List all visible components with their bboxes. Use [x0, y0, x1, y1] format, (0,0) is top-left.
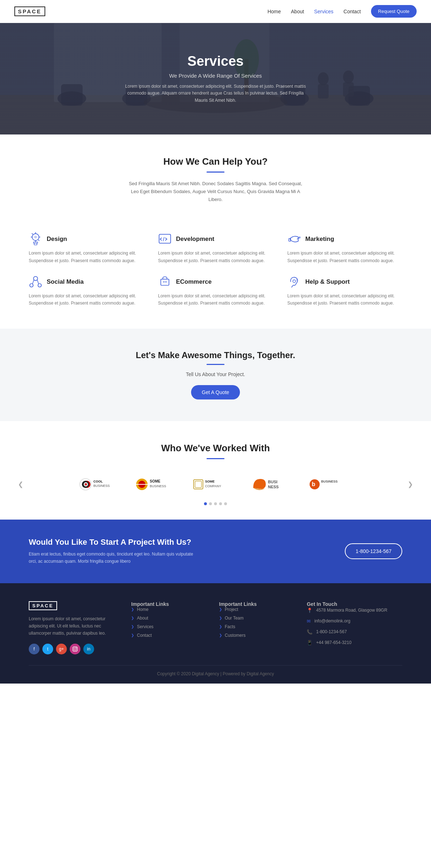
svg-line-37: [32, 280, 34, 284]
hero-title: Services: [122, 54, 309, 69]
nav-contact[interactable]: Contact: [343, 9, 361, 14]
svg-point-44: [296, 279, 298, 281]
instagram-button[interactable]: [70, 644, 80, 654]
footer-contact-col: Get In Touch 📍 4578 Marmora Road, Glasgo…: [307, 601, 402, 654]
help-support-desc: Lorem ipsum dolor sit amet, consectetuer…: [287, 292, 402, 307]
footer-link-home[interactable]: Home: [131, 607, 204, 612]
marketing-title: Marketing: [305, 236, 334, 243]
client-business-5: b BUSINESS: [307, 474, 354, 495]
googleplus-button[interactable]: g+: [56, 644, 67, 654]
service-design-header: Design: [29, 232, 144, 246]
social-media-desc: Lorem ipsum dolor sit amet, consectetuer…: [29, 292, 144, 307]
clients-section: Who We've Worked With ❮ COOL BUSINESS: [0, 421, 431, 520]
service-social-header: Social Media: [29, 275, 144, 289]
client-some-company: SOME COMPANY: [192, 474, 239, 495]
service-development: Development Lorem ipsum dolor sit amet, …: [158, 232, 273, 264]
svg-point-67: [74, 648, 76, 650]
service-marketing: Marketing Lorem ipsum dolor sit amet, co…: [287, 232, 402, 264]
facebook-button[interactable]: f: [29, 644, 40, 654]
carousel-items: COOL BUSINESS SOME BUSINESS: [27, 474, 404, 495]
footer-link-facts[interactable]: Facts: [219, 624, 292, 629]
dot-1[interactable]: [204, 502, 207, 505]
svg-rect-66: [73, 647, 77, 651]
phone1-icon: 📞: [307, 629, 312, 635]
dot-3[interactable]: [214, 502, 217, 505]
design-desc: Lorem ipsum dolor sit amet, consectetuer…: [29, 250, 144, 264]
footer-phone1-item: 📞 1-800-1234-567: [307, 629, 402, 635]
nav-about[interactable]: About: [291, 9, 304, 14]
contact-band: Would You Like To Start A Project With U…: [0, 520, 431, 583]
ecommerce-icon: [158, 275, 172, 289]
dot-4[interactable]: [219, 502, 222, 505]
svg-rect-5: [61, 84, 83, 106]
footer-top: SPACE Lorem ipsum dolor sit amet, consec…: [29, 601, 402, 654]
svg-point-35: [30, 284, 33, 287]
client-some-business: SOME BUSINESS: [135, 474, 181, 495]
svg-text:BUSINESS: BUSINESS: [321, 480, 338, 483]
twitter-button[interactable]: t: [42, 644, 53, 654]
hero-subtitle: We Provide A Wide Range Of Services: [122, 73, 309, 79]
contact-band-heading: Would You Like To Start A Project With U…: [29, 538, 201, 547]
dot-5[interactable]: [224, 502, 227, 505]
svg-text:BUSINESS: BUSINESS: [93, 484, 110, 488]
marketing-icon: [287, 232, 301, 246]
cta-divider: [207, 364, 224, 365]
footer-link-customers[interactable]: Customers: [219, 633, 292, 638]
footer-link-about[interactable]: About: [131, 616, 204, 621]
svg-point-49: [85, 483, 87, 485]
carousel-next[interactable]: ❯: [404, 480, 417, 488]
navbar: SPACE Home About Services Contact Reques…: [0, 0, 431, 23]
contact-band-desc: Etiam erat lectus, finibus eget commodo …: [29, 551, 201, 565]
footer-about-col: SPACE Lorem ipsum dolor sit amet, consec…: [29, 601, 117, 654]
svg-line-38: [37, 280, 39, 284]
marketing-desc: Lorem ipsum dolor sit amet, consectetuer…: [287, 250, 402, 264]
svg-text:COOL: COOL: [93, 480, 103, 483]
footer-phone2-item: 📱 +44 987-654-3210: [307, 639, 402, 646]
svg-point-17: [343, 70, 354, 83]
phone-button[interactable]: 1-800-1234-567: [345, 543, 402, 559]
footer-link-project[interactable]: Project: [219, 607, 292, 612]
footer: SPACE Lorem ipsum dolor sit amet, consec…: [0, 583, 431, 684]
footer-address: 4578 Marmora Road, Glasgow 89GR: [316, 607, 387, 613]
nav-services[interactable]: Services: [314, 9, 334, 14]
svg-rect-28: [34, 243, 37, 245]
svg-text:BUSI: BUSI: [268, 480, 277, 484]
request-quote-button[interactable]: Request Quote: [371, 5, 417, 18]
clients-carousel: ❮ COOL BUSINESS: [14, 474, 417, 495]
footer-phone2: +44 987-654-3210: [316, 639, 351, 646]
social-media-title: Social Media: [47, 278, 84, 285]
svg-text:b: b: [312, 481, 315, 487]
hero-content: Services We Provide A Wide Range Of Serv…: [122, 54, 309, 104]
carousel-prev[interactable]: ❮: [14, 480, 27, 488]
footer-link-contact[interactable]: Contact: [131, 633, 204, 638]
nav-links: Home About Services Contact Request Quot…: [268, 5, 417, 18]
client-business-4: BUSI NESS: [250, 474, 296, 495]
cta-section: Let's Make Awesome Things, Together. Tel…: [0, 329, 431, 421]
cta-heading: Let's Make Awesome Things, Together.: [14, 350, 417, 360]
phone2-icon: 📱: [307, 640, 312, 645]
footer-links-col1: Important Links Home About Services Cont…: [131, 601, 204, 654]
services-grid: Design Lorem ipsum dolor sit amet, conse…: [0, 218, 431, 329]
svg-rect-39: [161, 279, 169, 285]
cta-subtext: Tell Us About Your Project.: [14, 371, 417, 377]
carousel-dots: [14, 502, 417, 505]
linkedin-button[interactable]: in: [83, 644, 94, 654]
development-desc: Lorem ipsum dolor sit amet, consectetuer…: [158, 250, 273, 264]
svg-point-34: [33, 277, 37, 280]
footer-links1-title: Important Links: [131, 601, 204, 607]
dot-2[interactable]: [209, 502, 212, 505]
svg-rect-11: [348, 86, 370, 106]
svg-text:COMPANY: COMPANY: [205, 484, 221, 488]
get-quote-button[interactable]: Get A Quote: [191, 385, 240, 399]
footer-link-our-team[interactable]: Our Team: [219, 616, 292, 621]
service-ecommerce-header: ECommerce: [158, 275, 273, 289]
footer-link-services[interactable]: Services: [131, 624, 204, 629]
nav-home[interactable]: Home: [268, 9, 281, 14]
svg-rect-18: [343, 82, 354, 97]
svg-point-33: [298, 237, 301, 239]
service-development-header: Development: [158, 232, 273, 246]
copyright-text: Copyright © 2020 Digital Agency | Powere…: [157, 671, 274, 676]
hero-section: Services We Provide A Wide Range Of Serv…: [0, 23, 431, 134]
service-ecommerce: ECommerce Lorem ipsum dolor sit amet, co…: [158, 275, 273, 307]
development-icon: [158, 232, 172, 246]
